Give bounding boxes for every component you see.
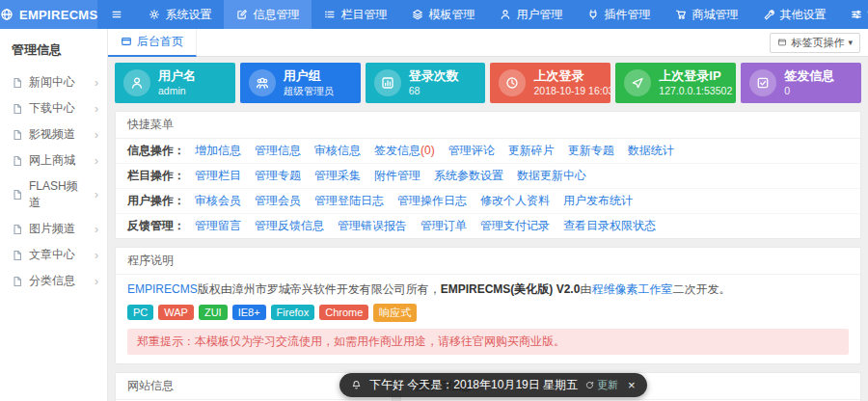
brand-title: EMPIRECMS (19, 8, 97, 22)
tab-bar: 后台首页 标签页操作 ▾ (108, 29, 868, 57)
nav-item-label: 其他设置 (779, 7, 826, 23)
copyright-text: 由 (580, 282, 591, 296)
sidebar-item-article[interactable]: 文章中心› (0, 242, 107, 268)
quick-link[interactable]: 管理会员 (255, 193, 301, 209)
nav-item-common[interactable]: 常用功能 (838, 0, 868, 29)
chevron-right-icon: › (95, 76, 98, 90)
quick-link[interactable]: 签发信息(0) (374, 143, 435, 159)
tab-home[interactable]: 后台首页 (108, 29, 197, 57)
quick-link[interactable]: 系统参数设置 (434, 168, 503, 184)
bell-icon (351, 380, 362, 390)
quick-link[interactable]: 管理信息 (255, 143, 301, 159)
license-notice: 郑重提示：本模板仅为学习交流使用，如需用作商业用途，请移往官网购买商业版。 (127, 329, 849, 355)
quick-link[interactable]: 更新专题 (568, 143, 614, 159)
quick-link[interactable]: 审核信息 (314, 143, 361, 159)
compat-badge-ie8+: IE8+ (232, 305, 266, 320)
quick-link[interactable]: 管理订单 (420, 218, 467, 234)
nav-item-user[interactable]: 用户管理 (487, 0, 575, 29)
doc-icon (12, 77, 23, 89)
toast-close-button[interactable]: × (628, 378, 636, 392)
stat-card-title: 上次登录IP (659, 68, 732, 84)
sidebar-item-news[interactable]: 新闻中心› (0, 69, 107, 95)
quick-link[interactable]: 管理栏目 (195, 168, 241, 184)
quick-link[interactable]: 修改个人资料 (480, 193, 550, 209)
sidebar-item-flash[interactable]: FLASH频道› (0, 174, 107, 216)
sidebar-item-download[interactable]: 下载中心› (0, 95, 107, 121)
quick-link[interactable]: 更新碎片 (508, 143, 555, 159)
nav-item-label: 信息管理 (253, 7, 299, 23)
nav-item-other[interactable]: 其他设置 (750, 0, 838, 29)
cart-icon (675, 9, 687, 20)
quick-link[interactable]: 用户发布统计 (563, 193, 633, 209)
stat-card-icon-wrap (624, 69, 651, 96)
sidebar-item-movie[interactable]: 影视频道› (0, 121, 107, 147)
quick-row-label: 信息操作： (127, 143, 185, 159)
compat-badge-pc: PC (127, 305, 153, 320)
nav-item-plugin[interactable]: 插件管理 (575, 0, 663, 29)
quick-link[interactable]: 管理评论 (448, 143, 495, 159)
chevron-right-icon: › (95, 188, 98, 201)
stat-cards: 用户名admin用户组超级管理员登录次数68上次登录2018-10-19 16:… (115, 63, 861, 103)
quick-link[interactable]: 管理操作日志 (397, 193, 467, 209)
quick-link[interactable]: 查看目录权限状态 (563, 218, 656, 234)
stat-card-login-count[interactable]: 登录次数68 (366, 63, 486, 103)
chevron-right-icon: › (95, 223, 98, 236)
quick-link[interactable]: 管理留言 (195, 218, 241, 234)
sidebar-toggle-button[interactable] (97, 0, 136, 29)
quick-link[interactable]: 管理专题 (255, 168, 301, 184)
user-icon (500, 9, 511, 20)
stat-card-value: 2018-10-19 16:03:59 (533, 85, 610, 97)
stat-card-icon-wrap (123, 69, 150, 96)
quick-link[interactable]: 管理支付记录 (480, 218, 550, 234)
stat-card-text: 用户组超级管理员 (284, 68, 335, 96)
quick-link[interactable]: 管理错误报告 (338, 218, 407, 234)
quick-link[interactable]: 数据更新中心 (517, 168, 586, 184)
sidebar-item-shop[interactable]: 网上商城› (0, 147, 107, 174)
quick-link[interactable]: 管理反馈信息 (255, 218, 324, 234)
nav-item-info[interactable]: 信息管理 (224, 0, 312, 29)
compat-badge-firefox: Firefox (271, 305, 315, 320)
sidebar-item-label: 影视频道 (29, 126, 75, 143)
stat-card-last-login[interactable]: 上次登录2018-10-19 16:03:59 (490, 63, 610, 103)
admin-dashboard: EMPIRECMS 系统设置信息管理栏目管理模板管理用户管理插件管理商城管理其他… (0, 0, 868, 401)
quick-link[interactable]: 增加信息 (195, 143, 241, 159)
nav-item-system[interactable]: 系统设置 (136, 0, 224, 29)
tab-actions-button[interactable]: 标签页操作 ▾ (770, 33, 860, 53)
chart-icon (381, 76, 394, 90)
top-navbar: EMPIRECMS 系统设置信息管理栏目管理模板管理用户管理插件管理商城管理其他… (0, 0, 868, 29)
stat-card-usergroup[interactable]: 用户组超级管理员 (240, 63, 361, 103)
quick-link[interactable]: 管理登陆日志 (314, 193, 384, 209)
wrench-icon (763, 9, 774, 20)
copyright-text: EMPIRECMS(美化版) V2.0 (441, 282, 581, 296)
copyright-text: 版权由漳州市罗城帝兴软件开发有限公司所有， (198, 282, 441, 296)
doc-icon (12, 224, 23, 235)
greeting-text: 下午好 今天是：2018年10月19日 星期五 (369, 377, 578, 393)
stat-card-icon-wrap (749, 69, 776, 96)
toast-update-button[interactable]: 更新 (585, 378, 618, 392)
sidebar-item-photo[interactable]: 图片频道› (0, 216, 107, 242)
nav-item-label: 用户管理 (516, 7, 562, 23)
stat-card-text: 登录次数68 (409, 68, 459, 96)
stat-card-sign-info[interactable]: 签发信息0 (741, 63, 861, 103)
quick-link[interactable]: 数据统计 (628, 143, 674, 159)
copyright-link[interactable]: 程维像素工作室 (591, 282, 672, 296)
toast-update-label: 更新 (597, 378, 618, 392)
brand-logo[interactable]: EMPIRECMS (0, 0, 97, 29)
nav-item-column[interactable]: 栏目管理 (312, 0, 399, 29)
stat-card-title: 登录次数 (409, 68, 459, 84)
sidebar-item-classinfo[interactable]: 分类信息› (0, 268, 107, 294)
stat-card-text: 用户名admin (158, 68, 196, 96)
quick-link[interactable]: 审核会员 (195, 193, 241, 209)
layers-icon (412, 9, 423, 20)
stat-card-text: 签发信息0 (784, 68, 834, 96)
copyright-link[interactable]: EMPIRECMS (127, 282, 198, 296)
nav-item-template[interactable]: 模板管理 (399, 0, 487, 29)
stat-card-username[interactable]: 用户名admin (115, 63, 235, 103)
quick-link[interactable]: 管理采集 (314, 168, 361, 184)
nav-item-mall[interactable]: 商城管理 (663, 0, 750, 29)
stat-card-last-ip[interactable]: 上次登录IP127.0.0.1:53502 (615, 63, 736, 103)
sidebar-item-label: 下载中心 (29, 100, 75, 117)
quick-row-label: 栏目操作： (127, 168, 185, 184)
quick-link[interactable]: 附件管理 (374, 168, 420, 184)
refresh-icon (585, 381, 594, 389)
